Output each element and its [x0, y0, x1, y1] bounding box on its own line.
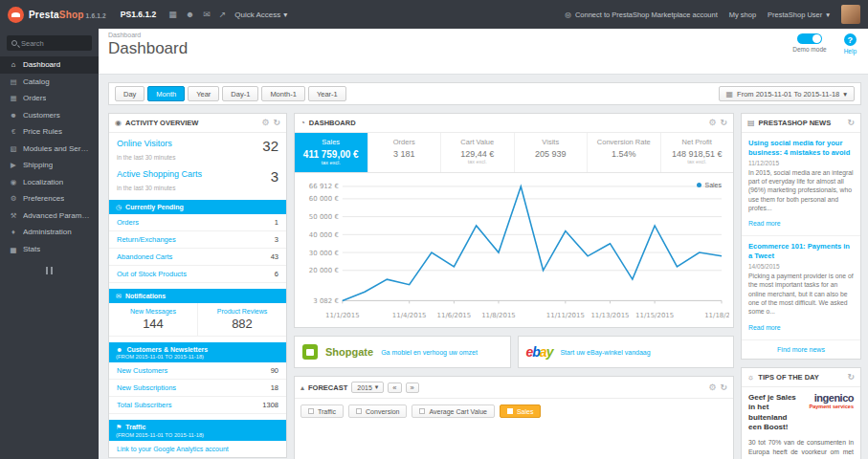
news-title-link[interactable]: Using social media for your business: 4 …: [748, 139, 854, 158]
google-analytics-link[interactable]: Link to your Google Analytics account: [109, 441, 286, 457]
pending-returns-row[interactable]: Return/Exchanges 3: [109, 231, 286, 249]
forecast-toggle-traffic[interactable]: Traffic: [300, 404, 344, 418]
filter-year-button[interactable]: Year: [188, 86, 219, 101]
prestashop-logo[interactable]: PrestaShop1.6.1.2: [8, 7, 106, 23]
dashboard-panel: ◔ DASHBOARD ⚙ ↻ Sales 411 759,00 € tax e…: [294, 113, 734, 328]
online-visitors-metric: Online Visitors 32 in the last 30 minute…: [109, 133, 286, 164]
help-label: Help: [844, 48, 857, 55]
tips-panel-title: TIPS OF THE DAY: [758, 373, 818, 382]
kpi-cart-value[interactable]: Cart Value 129,44 € tax excl.: [441, 133, 515, 172]
shop-name[interactable]: PS1.6.1.2: [121, 10, 156, 19]
cart-icon[interactable]: ▦: [168, 10, 177, 19]
date-range-picker[interactable]: ▦ From 2015-11-01 To 2015-11-18 ▾: [719, 86, 855, 101]
sidebar-item-customers[interactable]: ☻ Customers: [0, 107, 99, 124]
forecast-toggle-sales[interactable]: Sales: [500, 404, 542, 418]
filter-month-button[interactable]: Month: [147, 86, 185, 101]
sidebar-item-preferences[interactable]: ⚙ Preferences: [0, 190, 99, 208]
notifications-row: New Messages 144 Product Reviews 882: [109, 303, 286, 337]
filter-year-1-button[interactable]: Year-1: [308, 86, 346, 101]
ebay-promo[interactable]: ebay Start uw eBay-winkel vandaag: [518, 336, 735, 368]
total-subscribers-row[interactable]: Total Subscribers 1308: [109, 397, 286, 414]
gear-icon[interactable]: ⚙: [708, 383, 716, 392]
ebay-link[interactable]: Start uw eBay-winkel vandaag: [560, 349, 650, 356]
sidebar-search[interactable]: [7, 35, 92, 51]
year-select[interactable]: 2015 ▾: [351, 382, 384, 393]
quick-access-menu[interactable]: Quick Access ▾: [234, 11, 287, 19]
demo-mode-toggle[interactable]: Demo mode: [792, 33, 826, 55]
forecast-panel: ▴ FORECAST 2015 ▾ « » ⚙ ↻: [294, 376, 734, 459]
marketplace-link[interactable]: ◎ Connect to PrestaShop Marketplace acco…: [565, 11, 717, 19]
read-more-link[interactable]: Read more: [748, 220, 781, 227]
out-of-stock-row[interactable]: Out of Stock Products 6: [109, 266, 286, 283]
new-messages-cell[interactable]: New Messages 144: [109, 303, 197, 336]
forecast-toggle-average-cart-value[interactable]: Average Cart Value: [412, 404, 494, 418]
gear-icon[interactable]: ⚙: [261, 119, 269, 127]
filter-month-1-button[interactable]: Month-1: [261, 86, 305, 101]
traffic-header: ⚑ Traffic (FROM 2015-11-01 TO 2015-11-18…: [109, 420, 286, 441]
refresh-icon[interactable]: ↻: [720, 119, 727, 127]
refresh-icon[interactable]: ↻: [847, 119, 855, 127]
refresh-icon[interactable]: ↻: [720, 383, 727, 392]
marketplace-label: Connect to PrestaShop Marketplace accoun…: [575, 11, 718, 19]
pending-orders-row[interactable]: Orders 1: [109, 214, 286, 231]
abandoned-carts-row[interactable]: Abandoned Carts 43: [109, 249, 286, 266]
kpi-sales[interactable]: Sales 411 759,00 € tax excl.: [295, 133, 368, 172]
find-more-news-link[interactable]: Find more news: [742, 340, 860, 359]
chart-legend[interactable]: Sales: [697, 182, 722, 188]
sidebar-item-localization[interactable]: ◉ Localization: [0, 174, 99, 191]
sidebar-item-orders[interactable]: ▦ Orders: [0, 90, 99, 107]
sidebar-item-catalog[interactable]: ▤ Catalog: [0, 74, 99, 91]
people-icon: ☻: [116, 346, 122, 353]
shopgate-promo[interactable]: Shopgate Ga mobiel en verhoog uw omzet: [294, 336, 511, 368]
toggle-switch-icon[interactable]: [797, 33, 822, 44]
prev-year-button[interactable]: «: [388, 382, 401, 393]
product-reviews-cell[interactable]: Product Reviews 882: [197, 303, 286, 336]
advanced-parameters-icon: ⚒: [9, 211, 18, 220]
home-icon: ⌂: [9, 60, 18, 69]
kpi-net-profit[interactable]: Net Profit 148 918,51 € tax excl.: [661, 133, 734, 172]
prestashop-admin: PrestaShop1.6.1.2 PS1.6.1.2 ▦ ☻ ✉ ↗ Quic…: [0, 0, 868, 459]
read-more-link[interactable]: Read more: [748, 324, 781, 331]
gear-icon[interactable]: ⚙: [708, 119, 716, 127]
sidebar-item-shipping[interactable]: ▶ Shipping: [0, 157, 99, 174]
kpi-orders[interactable]: Orders 3 181: [368, 133, 442, 172]
localization-icon: ◉: [9, 178, 18, 186]
sidebar-item-stats[interactable]: ▅ Stats: [0, 241, 99, 258]
avatar[interactable]: [841, 5, 860, 24]
sidebar-item-administration[interactable]: ♦ Administration: [0, 224, 99, 241]
page-header: Dashboard Dashboard Demo mode ? Help: [99, 29, 868, 75]
profile-icon[interactable]: ☻: [186, 10, 194, 19]
gauge-icon: ◔: [300, 119, 305, 127]
breadcrumb[interactable]: Dashboard: [108, 32, 858, 38]
news-title-link[interactable]: Ecommerce 101: Payments in a Tweet: [748, 242, 854, 261]
user-menu[interactable]: PrestaShop User ▾: [768, 11, 830, 19]
my-shop-link[interactable]: My shop: [729, 11, 756, 19]
new-customers-row[interactable]: New Customers 90: [109, 362, 286, 380]
refresh-icon[interactable]: ↻: [273, 119, 280, 127]
sidebar-item-advanced-parameters[interactable]: ⚒ Advanced Parameters: [0, 208, 99, 225]
online-visitors-link[interactable]: Online Visitors: [117, 139, 172, 148]
new-subscriptions-row[interactable]: New Subscriptions 18: [109, 380, 286, 397]
flag-icon: ⚑: [116, 424, 122, 431]
active-carts-link[interactable]: Active Shopping Carts: [117, 169, 202, 179]
help-icon[interactable]: ?: [844, 33, 857, 46]
kpi-visits[interactable]: Visits 205 939: [515, 133, 589, 172]
mail-icon[interactable]: ✉: [203, 10, 211, 19]
sidebar-collapse-button[interactable]: [40, 267, 59, 274]
prestashop-logo-icon: [8, 7, 24, 23]
next-year-button[interactable]: »: [406, 382, 419, 393]
kpi-conversion-rate[interactable]: Conversion Rate 1.54%: [588, 133, 661, 172]
sidebar-item-dashboard[interactable]: ⌂ Dashboard: [0, 56, 99, 74]
refresh-icon[interactable]: ↻: [847, 373, 855, 382]
sidebar-item-price-rules[interactable]: € Price Rules: [0, 123, 99, 141]
shopgate-link[interactable]: Ga mobiel en verhoog uw omzet: [381, 349, 478, 356]
sidebar-item-modules[interactable]: ▧ Modules and Services: [0, 141, 99, 158]
filter-day-button[interactable]: Day: [115, 86, 145, 101]
launch-icon[interactable]: ↗: [219, 10, 227, 19]
forecast-toggle-conversion[interactable]: Conversion: [348, 404, 407, 418]
activity-icon: ◉: [115, 119, 122, 127]
help-button[interactable]: ? Help: [844, 33, 857, 55]
filter-day-1-button[interactable]: Day-1: [222, 86, 258, 101]
search-input[interactable]: [21, 39, 87, 48]
date-range-label: From 2015-11-01 To 2015-11-18: [737, 90, 839, 98]
